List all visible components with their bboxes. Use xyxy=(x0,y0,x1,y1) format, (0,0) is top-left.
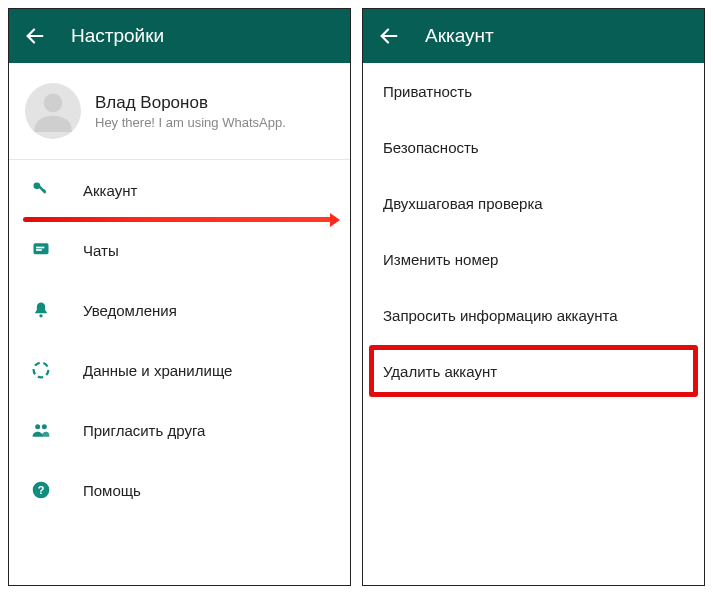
settings-title: Настройки xyxy=(71,25,164,47)
back-button[interactable] xyxy=(377,24,401,48)
profile-row[interactable]: Влад Воронов Hey there! I am using Whats… xyxy=(9,63,350,159)
account-header: Аккаунт xyxy=(363,9,704,63)
menu-item-label: Уведомления xyxy=(83,302,177,319)
menu-item-chat[interactable]: Чаты xyxy=(9,220,350,280)
profile-name: Влад Воронов xyxy=(95,93,334,113)
menu-item-label: Помощь xyxy=(83,482,141,499)
account-item[interactable]: Двухшаговая проверка xyxy=(363,175,704,231)
settings-screen: Настройки Влад Воронов Hey there! I am u… xyxy=(8,8,351,586)
settings-header: Настройки xyxy=(9,9,350,63)
svg-text:?: ? xyxy=(38,484,45,496)
account-item-label: Удалить аккаунт xyxy=(383,363,497,380)
account-item[interactable]: Изменить номер xyxy=(363,231,704,287)
svg-rect-7 xyxy=(36,249,42,251)
account-item-label: Изменить номер xyxy=(383,251,498,268)
svg-point-10 xyxy=(35,424,40,429)
data-icon xyxy=(29,358,53,382)
svg-point-9 xyxy=(34,363,49,378)
menu-item-label: Данные и хранилище xyxy=(83,362,232,379)
svg-rect-5 xyxy=(34,243,49,254)
svg-rect-6 xyxy=(36,247,44,249)
account-item[interactable]: Запросить информацию аккаунта xyxy=(363,287,704,343)
svg-point-11 xyxy=(42,424,47,429)
account-title: Аккаунт xyxy=(425,25,494,47)
svg-point-1 xyxy=(44,94,63,113)
account-item-label: Приватность xyxy=(383,83,472,100)
menu-item-data[interactable]: Данные и хранилище xyxy=(9,340,350,400)
help-icon: ? xyxy=(29,478,53,502)
menu-item-label: Пригласить друга xyxy=(83,422,205,439)
svg-rect-3 xyxy=(38,185,47,194)
account-item-label: Запросить информацию аккаунта xyxy=(383,307,617,324)
account-item[interactable]: Приватность xyxy=(363,63,704,119)
menu-item-bell[interactable]: Уведомления xyxy=(9,280,350,340)
profile-status: Hey there! I am using WhatsApp. xyxy=(95,115,334,130)
account-screen: Аккаунт ПриватностьБезопасностьДвухшагов… xyxy=(362,8,705,586)
svg-point-8 xyxy=(39,314,42,317)
account-item[interactable]: Удалить аккаунт xyxy=(363,343,704,399)
chat-icon xyxy=(29,238,53,262)
account-item[interactable]: Безопасность xyxy=(363,119,704,175)
profile-text: Влад Воронов Hey there! I am using Whats… xyxy=(95,93,334,130)
avatar xyxy=(25,83,81,139)
menu-item-help[interactable]: ?Помощь xyxy=(9,460,350,520)
account-item-label: Безопасность xyxy=(383,139,479,156)
menu-item-key[interactable]: Аккаунт xyxy=(9,160,350,220)
menu-item-label: Аккаунт xyxy=(83,182,137,199)
arrow-left-icon xyxy=(378,25,400,47)
arrow-left-icon xyxy=(24,25,46,47)
menu-item-label: Чаты xyxy=(83,242,119,259)
person-icon xyxy=(25,83,81,139)
menu-item-invite[interactable]: Пригласить друга xyxy=(9,400,350,460)
back-button[interactable] xyxy=(23,24,47,48)
invite-icon xyxy=(29,418,53,442)
account-item-label: Двухшаговая проверка xyxy=(383,195,543,212)
key-icon xyxy=(29,178,53,202)
bell-icon xyxy=(29,298,53,322)
